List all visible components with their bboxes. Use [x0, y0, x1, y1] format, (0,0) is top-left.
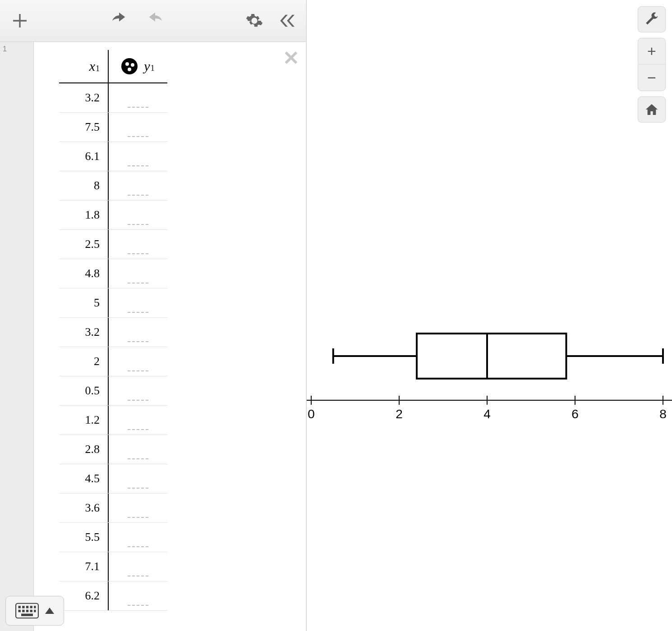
cell-y[interactable] [109, 83, 167, 112]
cell-x[interactable]: 3.6 [59, 494, 109, 522]
column-header-y-label: y [144, 59, 150, 74]
cell-x[interactable]: 3.2 [59, 83, 109, 112]
svg-rect-8 [26, 610, 28, 612]
cell-x[interactable]: 2 [59, 347, 109, 376]
graph-tools: + − [638, 6, 666, 123]
cell-y[interactable] [109, 581, 167, 610]
svg-rect-7 [22, 610, 24, 612]
wrench-icon [644, 12, 659, 27]
table-body: 3.27.56.181.82.54.853.220.51.22.84.53.65… [59, 83, 167, 611]
cell-x[interactable]: 6.2 [59, 581, 109, 610]
keyboard-icon [15, 603, 39, 619]
table-row[interactable]: 5.5 [59, 523, 167, 552]
svg-rect-9 [30, 610, 32, 612]
cell-y[interactable] [109, 347, 167, 376]
home-zoom-button[interactable] [638, 96, 666, 123]
graph-canvas[interactable]: 02468 [307, 0, 672, 631]
cell-y[interactable] [109, 259, 167, 288]
cell-y[interactable] [109, 201, 167, 229]
table-row[interactable]: 5 [59, 288, 167, 318]
svg-rect-4 [30, 606, 32, 608]
undo-button[interactable] [108, 10, 130, 32]
empty-cell-placeholder [128, 136, 148, 137]
cell-x[interactable]: 4.5 [59, 464, 109, 493]
table-row[interactable]: 7.1 [59, 552, 167, 581]
add-expression-button[interactable] [9, 10, 31, 32]
delete-expression-button[interactable]: ✕ [283, 48, 299, 68]
cell-x[interactable]: 7.5 [59, 113, 109, 142]
settings-button[interactable] [244, 10, 265, 32]
empty-cell-placeholder [128, 576, 148, 576]
cell-y[interactable] [109, 171, 167, 200]
cell-x[interactable]: 2.8 [59, 435, 109, 464]
cell-y[interactable] [109, 464, 167, 493]
table-header-row: x1 y1 [59, 50, 167, 83]
cell-x[interactable]: 1.2 [59, 406, 109, 434]
column-header-y-sub: 1 [151, 59, 155, 73]
column-header-x[interactable]: x1 [59, 50, 109, 82]
cell-x[interactable]: 2.5 [59, 230, 109, 259]
cell-y[interactable] [109, 376, 167, 405]
x-tick-label: 6 [571, 407, 579, 421]
table-row[interactable]: 3.2 [59, 318, 167, 347]
table-row[interactable]: 2.5 [59, 230, 167, 259]
cell-y[interactable] [109, 318, 167, 347]
series-style-icon[interactable] [121, 58, 138, 74]
redo-button[interactable] [144, 10, 166, 32]
cell-y[interactable] [109, 552, 167, 581]
chevron-up-icon [45, 608, 54, 614]
empty-cell-placeholder [128, 253, 148, 254]
cell-y[interactable] [109, 142, 167, 171]
cell-x[interactable]: 0.5 [59, 376, 109, 405]
cell-x[interactable]: 5 [59, 288, 109, 317]
table-row[interactable]: 1.2 [59, 406, 167, 435]
cell-y[interactable] [109, 435, 167, 464]
table-row[interactable]: 6.2 [59, 581, 167, 611]
collapse-panel-button[interactable] [277, 10, 299, 32]
zoom-in-button[interactable]: + [638, 38, 665, 64]
cell-x[interactable]: 8 [59, 171, 109, 200]
table-row[interactable]: 3.6 [59, 494, 167, 523]
table-row[interactable]: 8 [59, 171, 167, 201]
zoom-controls: + − [638, 38, 666, 91]
cell-y[interactable] [109, 523, 167, 552]
zoom-out-button[interactable]: − [638, 64, 665, 91]
expression-area: ✕ x1 y1 3.27.56.181.82.54.853.220.51.22.… [33, 42, 306, 631]
table-row[interactable]: 3.2 [59, 83, 167, 113]
cell-y[interactable] [109, 113, 167, 142]
cell-y[interactable] [109, 230, 167, 259]
empty-cell-placeholder [128, 370, 148, 371]
svg-rect-2 [22, 606, 24, 608]
table-row[interactable]: 2 [59, 347, 167, 376]
cell-x[interactable]: 1.8 [59, 201, 109, 229]
keyboard-toggle-button[interactable] [5, 596, 64, 626]
expression-panel: 1 ✕ x1 y1 3.27.56.181.82.54.853.220.51.2… [0, 0, 307, 631]
table-row[interactable]: 1.8 [59, 201, 167, 230]
cell-x[interactable]: 5.5 [59, 523, 109, 552]
cell-x[interactable]: 3.2 [59, 318, 109, 347]
cell-y[interactable] [109, 288, 167, 317]
column-header-x-label: x [89, 59, 95, 74]
svg-rect-1 [18, 606, 21, 608]
table-row[interactable]: 2.8 [59, 435, 167, 464]
table-row[interactable]: 4.5 [59, 464, 167, 494]
table-row[interactable]: 0.5 [59, 376, 167, 406]
cell-y[interactable] [109, 406, 167, 434]
empty-cell-placeholder [128, 341, 148, 342]
table-row[interactable]: 7.5 [59, 113, 167, 142]
svg-rect-10 [34, 610, 36, 612]
column-header-y[interactable]: y1 [109, 50, 167, 82]
empty-cell-placeholder [128, 312, 148, 313]
graph-settings-button[interactable] [638, 6, 666, 32]
boxplot [333, 334, 663, 379]
iqr-box [417, 334, 566, 379]
cell-x[interactable]: 7.1 [59, 552, 109, 581]
empty-cell-placeholder [128, 488, 148, 489]
cell-x[interactable]: 6.1 [59, 142, 109, 171]
cell-x[interactable]: 4.8 [59, 259, 109, 288]
table-row[interactable]: 4.8 [59, 259, 167, 288]
cell-y[interactable] [109, 494, 167, 522]
data-table[interactable]: x1 y1 3.27.56.181.82.54.853.220.51.22.84… [59, 50, 167, 611]
graph-panel[interactable]: 02468 + − [307, 0, 672, 631]
table-row[interactable]: 6.1 [59, 142, 167, 171]
